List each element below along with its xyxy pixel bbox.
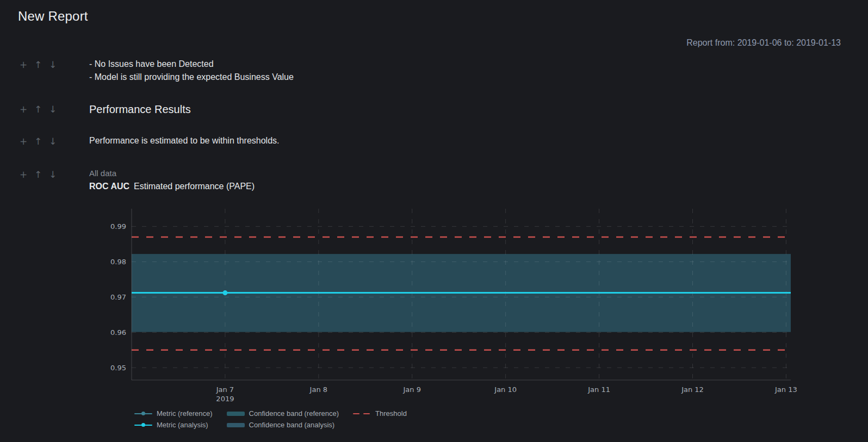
- section-performance-heading: + ↑ ↓ Performance Results: [0, 102, 868, 116]
- svg-text:0.98: 0.98: [110, 258, 126, 266]
- performance-chart-plot-area[interactable]: 0.950.960.970.980.99Jan 72019Jan 8Jan 9J…: [107, 201, 847, 406]
- report-date-range: Report from: 2019-01-06 to: 2019-01-13: [686, 38, 841, 48]
- svg-text:Jan 13: Jan 13: [774, 385, 797, 394]
- legend-item-metric-reference[interactable]: Metric (reference): [134, 409, 213, 418]
- move-down-icon[interactable]: ↓: [49, 103, 57, 116]
- move-up-icon[interactable]: ↑: [34, 58, 42, 71]
- svg-text:0.99: 0.99: [110, 222, 126, 231]
- chart-legend: Metric (reference) Confidence band (refe…: [134, 409, 868, 429]
- move-up-icon[interactable]: ↑: [34, 168, 42, 181]
- performance-chart: 0.950.960.970.980.99Jan 72019Jan 8Jan 9J…: [107, 201, 868, 408]
- section-controls: + ↑ ↓: [0, 167, 89, 181]
- add-section-icon[interactable]: +: [20, 58, 27, 71]
- section-controls: + ↑ ↓: [0, 102, 89, 116]
- confidence-band-reference-swatch-icon: [227, 411, 245, 416]
- svg-text:Jan 7: Jan 7: [216, 385, 234, 394]
- performance-status-text: Performance is estimated to be within th…: [89, 134, 868, 147]
- summary-line-1: - No Issues have been Detected: [89, 58, 868, 71]
- svg-text:Jan 8: Jan 8: [309, 385, 327, 394]
- add-section-icon[interactable]: +: [20, 168, 27, 181]
- move-up-icon[interactable]: ↑: [34, 103, 42, 116]
- move-up-icon[interactable]: ↑: [34, 135, 42, 148]
- metric-reference-line-icon: [134, 411, 152, 416]
- chart-subtitle: Estimated performance (PAPE): [134, 182, 255, 191]
- svg-text:2019: 2019: [216, 395, 234, 403]
- svg-text:0.95: 0.95: [110, 364, 126, 372]
- chart-eyebrow: All data: [89, 167, 868, 179]
- section-chart: + ↑ ↓ All data ROC AUCEstimated performa…: [0, 167, 868, 429]
- threshold-dashes-icon: [353, 411, 371, 416]
- move-down-icon[interactable]: ↓: [49, 168, 57, 181]
- move-down-icon[interactable]: ↓: [49, 58, 57, 71]
- legend-item-confidence-band-analysis[interactable]: Confidence band (analysis): [227, 421, 339, 429]
- confidence-band-analysis-swatch-icon: [227, 422, 245, 428]
- svg-text:Jan 11: Jan 11: [587, 385, 610, 394]
- move-down-icon[interactable]: ↓: [49, 135, 57, 148]
- legend-item-threshold[interactable]: Threshold: [353, 409, 407, 418]
- svg-text:0.97: 0.97: [110, 293, 126, 301]
- section-controls: + ↑ ↓: [0, 134, 89, 148]
- add-section-icon[interactable]: +: [20, 103, 27, 116]
- section-performance-text: + ↑ ↓ Performance is estimated to be wit…: [0, 134, 868, 148]
- chart-title: ROC AUCEstimated performance (PAPE): [89, 180, 868, 193]
- add-section-icon[interactable]: +: [20, 135, 27, 148]
- svg-text:0.96: 0.96: [110, 328, 126, 337]
- chart-metric-name: ROC AUC: [89, 182, 129, 191]
- svg-text:Jan 12: Jan 12: [681, 385, 704, 394]
- report-page: New Report Report from: 2019-01-06 to: 2…: [0, 0, 868, 442]
- report-sections: + ↑ ↓ - No Issues have been Detected - M…: [0, 58, 868, 429]
- legend-item-metric-analysis[interactable]: Metric (analysis): [134, 421, 213, 429]
- section-controls: + ↑ ↓: [0, 58, 89, 71]
- summary-line-2: - Model is still providing the expected …: [89, 71, 868, 84]
- metric-analysis-line-icon: [134, 422, 152, 428]
- performance-results-heading: Performance Results: [89, 102, 868, 116]
- legend-item-confidence-band-reference[interactable]: Confidence band (reference): [227, 409, 339, 418]
- section-summary: + ↑ ↓ - No Issues have been Detected - M…: [0, 58, 868, 84]
- page-title: New Report: [0, 0, 868, 24]
- svg-text:Jan 9: Jan 9: [403, 385, 421, 394]
- svg-text:Jan 10: Jan 10: [494, 385, 517, 394]
